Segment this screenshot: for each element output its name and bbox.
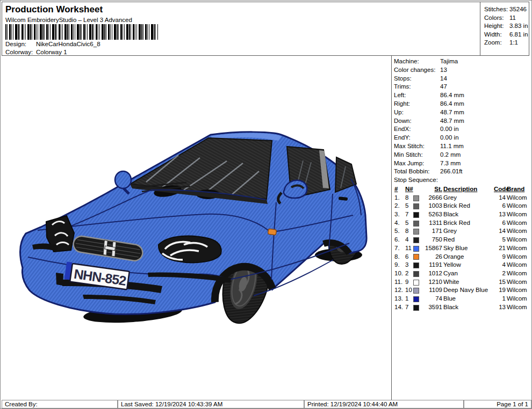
row-needle: 1 [405, 295, 412, 303]
footer: Created By: Last Saved: 12/19/2024 10:43… [1, 399, 532, 409]
row-description: Yellow [443, 261, 493, 269]
side-marker-light [268, 229, 276, 235]
machine-info-label: Stops: [394, 75, 440, 83]
machine-info-value: 266.01ft [440, 168, 463, 174]
machine-info-value: 7.3 mm [440, 160, 461, 166]
row-code: 1 [494, 295, 506, 303]
row-needle: 7 [405, 210, 412, 219]
table-row: 14. 7 3591 Black 13 Wilcom [394, 303, 530, 312]
row-code: 15 [494, 278, 506, 287]
row-description: Orange [443, 253, 493, 261]
row-num: 12. [394, 286, 404, 295]
row-brand: Wilcom [507, 219, 530, 228]
table-row: 3. 7 5263 Black 13 Wilcom [394, 210, 530, 219]
created-by-cell: Created By: [2, 400, 118, 408]
col-header-needle: N# [405, 185, 412, 194]
stat-value: 6.81 in [509, 31, 528, 38]
row-stitches: 5263 [423, 210, 442, 219]
table-row: 4. 5 1311 Brick Red 6 Wilcom [394, 219, 530, 228]
machine-info-row: Left:86.4 mm [392, 91, 530, 100]
row-num: 2. [394, 202, 404, 210]
design-stats-box: Stitches:35246 Colors:11 Height:3.83 in … [480, 2, 530, 55]
table-row: 1. 8 2666 Grey 14 Wilcom [394, 194, 530, 202]
row-needle: 6 [405, 253, 412, 261]
stat-label: Colors: [484, 14, 509, 23]
stat-value: 3.83 in [509, 23, 528, 29]
row-brand: Wilcom [507, 253, 530, 261]
machine-info-row: Trims:47 [392, 83, 530, 91]
thread-color-swatch [413, 262, 422, 268]
stop-sequence-rows: 1. 8 2666 Grey 14 Wilcom 2. 5 1003 [394, 194, 530, 312]
thread-color-swatch [413, 304, 422, 311]
row-code: 14 [494, 227, 506, 236]
row-code: 13 [494, 303, 506, 312]
row-num: 11. [394, 278, 404, 287]
row-needle: 7 [405, 303, 412, 312]
thread-color-swatch [413, 211, 422, 218]
table-row: 13. 1 74 Blue 1 Wilcom [394, 295, 530, 303]
machine-info-row: Total Bobbin:266.01ft [392, 167, 530, 176]
machine-info-value: 86.4 mm [440, 100, 464, 107]
machine-info-panel: Machine:Tajima Color changes:13 Stops:14… [391, 56, 530, 400]
machine-info-value: 48.7 mm [440, 109, 464, 115]
machine-info-value: 47 [440, 83, 447, 90]
table-row: 8. 6 26 Orange 9 Wilcom [394, 253, 530, 261]
machine-info-label: Max Stitch: [394, 142, 440, 151]
row-brand: Wilcom [507, 202, 530, 210]
machine-info-value: 11.1 mm [440, 143, 464, 149]
machine-info-row: EndY:0.00 in [392, 134, 530, 142]
machine-info-value: 86.4 mm [440, 92, 464, 98]
row-brand: Wilcom [507, 303, 530, 312]
row-code: 5 [494, 236, 506, 244]
row-needle: 9 [405, 278, 412, 287]
row-stitches: 171 [423, 227, 442, 236]
design-canvas: NHN-852 [1, 56, 391, 400]
row-stitches: 3591 [423, 303, 442, 312]
row-description: Grey [443, 227, 493, 236]
machine-info-label: EndY: [394, 134, 440, 142]
row-num: 3. [394, 210, 404, 219]
table-row: 5. 8 171 Grey 14 Wilcom [394, 227, 530, 236]
row-brand: Wilcom [507, 295, 530, 303]
thread-color-swatch [413, 237, 422, 243]
row-needle: 8 [405, 227, 412, 236]
col-header-stitches: St. [423, 185, 442, 194]
row-needle: 4 [405, 236, 412, 244]
row-description: Red [443, 236, 493, 244]
stat-label: Height: [484, 22, 509, 31]
machine-info-label: Min Stitch: [394, 151, 440, 159]
machine-info-value: 0.2 mm [440, 151, 461, 158]
stop-sequence-header-row: # N# St. Description Code Brand [394, 185, 530, 194]
thread-color-swatch [413, 279, 422, 286]
row-description: Brick Red [443, 219, 493, 228]
row-needle: 8 [405, 194, 412, 202]
header: Production Worksheet Wilcom EmbroiderySt… [2, 2, 529, 56]
row-code: 13 [494, 210, 506, 219]
row-num: 6. [394, 236, 404, 244]
machine-info-value: 0.00 in [440, 126, 459, 132]
machine-info-label: Up: [394, 108, 440, 117]
car-embroidery-design: NHN-852 [1, 56, 391, 400]
stat-value: 1:1 [509, 39, 518, 46]
row-stitches: 1191 [423, 261, 442, 269]
stat-value: 11 [509, 14, 516, 21]
row-needle: 5 [405, 219, 412, 228]
row-brand: Wilcom [507, 227, 530, 236]
machine-info-row: Stops:14 [392, 75, 530, 83]
thread-color-swatch [413, 296, 422, 302]
table-row: 9. 3 1191 Yellow 4 Wilcom [394, 261, 530, 269]
stop-sequence-table: # N# St. Description Code Brand 1. 8 266… [392, 185, 530, 312]
row-description: Cyan [443, 269, 493, 278]
row-code: 9 [494, 253, 506, 261]
stat-row: Height:3.83 in [484, 22, 530, 31]
row-num: 5. [394, 227, 404, 236]
row-description: White [443, 278, 493, 287]
row-brand: Wilcom [507, 244, 530, 253]
row-num: 4. [394, 219, 404, 228]
near-headlight [159, 236, 221, 263]
thread-color-swatch [413, 253, 422, 260]
row-description: Brick Red [443, 202, 493, 210]
thread-color-swatch [413, 245, 422, 252]
machine-info-list: Machine:Tajima Color changes:13 Stops:14… [392, 56, 530, 176]
design-row: Design:NikeCarHondaCivic6_8 [5, 41, 100, 47]
